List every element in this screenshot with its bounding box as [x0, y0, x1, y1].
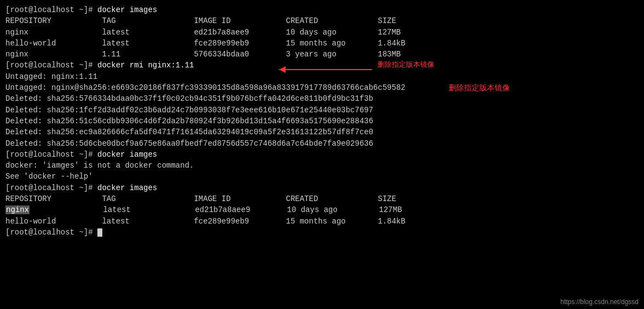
line-21: [root@localhost ~]#: [5, 227, 639, 238]
prompt-17: [root@localhost ~]#: [5, 184, 97, 192]
line-15: docker: 'iamges' is not a docker command…: [5, 160, 639, 171]
line-1: [root@localhost ~]# docker images: [5, 4, 639, 15]
line-9: Deleted: sha256:5766334bdaa0bc37f1f0c02c…: [5, 93, 639, 104]
prompt-21: [root@localhost ~]#: [5, 228, 97, 237]
annotation-label-container: 删除指定版本镜像: [449, 83, 510, 93]
line-19-rest: latest ed21b7a8aee9 10 days ago 127MB: [30, 205, 402, 214]
terminal: [root@localhost ~]# docker images REPOSI…: [0, 0, 644, 309]
line-16: See 'docker --help': [5, 171, 639, 182]
line-17: [root@localhost ~]# docker images: [5, 182, 639, 193]
line-8: Untagged: nginx@sha256:e6693c20186f837fc…: [5, 82, 639, 93]
cmd-6: docker rmi nginx:1.11: [97, 61, 194, 70]
line-2: REPOSITORY TAG IMAGE ID CREATED SIZE: [5, 15, 639, 26]
cursor: [97, 228, 102, 237]
line-6-container: [root@localhost ~]# docker rmi nginx:1.1…: [5, 60, 639, 71]
line-14: [root@localhost ~]# docker iamges: [5, 149, 639, 160]
line-4: hello-world latest fce289e99eb9 15 month…: [5, 38, 639, 49]
nginx-highlight: nginx: [5, 205, 30, 214]
line-18: REPOSITORY TAG IMAGE ID CREATED SIZE: [5, 193, 639, 204]
annotation-label: 删除指定版本镜像: [449, 83, 510, 92]
cmd-14: docker iamges: [97, 150, 157, 159]
cmd-17: docker images: [97, 184, 157, 192]
watermark: https://blog.csdn.net/dgssd: [560, 298, 639, 306]
line-11: Deleted: sha256:51c56cdbb9306c4d6f2da2b7…: [5, 116, 639, 127]
line-5: nginx 1.11 5766334bdaa0 3 years ago 183M…: [5, 49, 639, 60]
prompt-1: [root@localhost ~]#: [5, 5, 97, 14]
line-19: nginx latest ed21b7a8aee9 10 days ago 12…: [5, 204, 639, 215]
line-12: Deleted: sha256:ec9a826666cfa5df0471f716…: [5, 127, 639, 138]
cmd-1: docker images: [97, 5, 157, 14]
annotation-text: 删除指定版本镜像: [378, 60, 434, 70]
prompt-6: [root@localhost ~]#: [5, 61, 97, 70]
prompt-14: [root@localhost ~]#: [5, 150, 97, 159]
line-13: Deleted: sha256:5d6cbe0dbcf9a675e86aa0fb…: [5, 138, 639, 149]
line-3: nginx latest ed21b7a8aee9 10 days ago 12…: [5, 27, 639, 38]
line-10: Deleted: sha256:1fcf2d3addf02c3b6add24c7…: [5, 105, 639, 116]
line-20: hello-world latest fce289e99eb9 15 month…: [5, 216, 639, 227]
svg-marker-1: [279, 66, 286, 73]
